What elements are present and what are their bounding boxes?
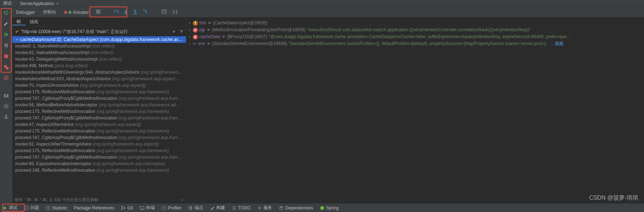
tool-dependencies[interactable]: Dependencies — [279, 205, 313, 211]
stack-frame[interactable]: proceed:175, ReflectiveMethodInvocation … — [12, 128, 186, 134]
var-badge: p — [193, 28, 198, 33]
stop-button[interactable] — [3, 53, 9, 60]
tab-debugger[interactable]: Debugger — [14, 9, 37, 16]
variable-row[interactable]: ›pcacheData = {$Proxy215@18837} "@com.du… — [188, 33, 643, 40]
svg-rect-16 — [173, 10, 174, 11]
actuator-dot-green — [68, 11, 71, 14]
stack-frame[interactable]: invoke:43, DelegatingMethodAccessorImpl … — [12, 56, 186, 62]
debug-left-toolbar — [0, 7, 12, 203]
pause-button[interactable] — [3, 42, 9, 49]
stack-frame[interactable]: proceed:747, CglibAopProxy$CglibMethodIn… — [12, 95, 186, 102]
stack-frame[interactable]: proceed:175, ReflectiveMethodInvocation … — [12, 89, 186, 95]
stack-frame[interactable]: invoke0:-1, NativeMethodAccessorImpl (su… — [12, 43, 186, 49]
svg-point-25 — [121, 208, 123, 210]
stack-frame[interactable]: proceed:186, ReflectiveMethodInvocation … — [12, 167, 186, 174]
filter-icon[interactable]: ▾ — [173, 29, 175, 34]
warning-icon: ! — [24, 205, 29, 211]
svg-rect-19 — [176, 12, 177, 13]
hint-text: 使用 ⌃⌘↑ 和 ⌃⌘↓ 从 IDE 中的任意位置切换帧 — [14, 197, 98, 203]
tool-debug[interactable]: 调试 — [2, 205, 17, 211]
top-tabstrip: 调试: ServerApplication × — [0, 0, 644, 7]
stack-frame-list[interactable]: ↩cacheDataAround:32, CacheDataAspect (co… — [12, 36, 186, 203]
funnel-icon[interactable]: ⧩ — [179, 29, 183, 34]
run-config-tab[interactable]: ServerApplication × — [16, 1, 62, 6]
resume-button[interactable] — [3, 31, 9, 38]
debug-label: 调试: — [0, 0, 16, 7]
stack-frame[interactable]: invoke:56, MethodBeforeAdviceInterceptor… — [12, 102, 186, 108]
stack-frame[interactable]: invoke:498, Method (java.lang.reflect) — [12, 62, 186, 69]
svg-point-30 — [191, 206, 192, 208]
svg-rect-18 — [173, 12, 174, 13]
tool-statistic[interactable]: Statistic — [46, 205, 67, 211]
tab-frames[interactable]: 帧 — [12, 19, 25, 25]
chevron-right-icon[interactable]: › — [188, 40, 191, 47]
stack-frame[interactable]: invoke:47, AspectJAfterAdvice (org.sprin… — [12, 121, 186, 128]
thread-selector[interactable]: ✔ "http-nio-10008-exec-7"@16,747 在组 "mai… — [12, 27, 186, 36]
svg-rect-35 — [281, 206, 282, 207]
stack-frame[interactable]: proceed:175, ReflectiveMethodInvocation … — [12, 108, 186, 115]
list-icon — [232, 205, 237, 211]
tool-todo[interactable]: TODO — [232, 205, 250, 211]
mute-breakpoints-button[interactable] — [3, 75, 9, 81]
bug-icon — [2, 205, 7, 211]
tab-threads[interactable]: 线程 — [25, 19, 43, 25]
tab-actuator[interactable]: Actuator — [63, 9, 91, 16]
stack-frame[interactable]: ↩cacheDataAround:32, CacheDataAspect (co… — [12, 36, 186, 43]
spring-icon — [320, 205, 325, 211]
svg-point-33 — [259, 207, 261, 209]
stack-frame[interactable]: invoke:70, AspectJAroundAdvice (org.spri… — [12, 82, 186, 89]
stack-frame[interactable]: invokeAdviceMethod:633, AbstractAspectJA… — [12, 76, 186, 82]
view-link[interactable]: …视图 — [550, 40, 564, 47]
tool-build[interactable]: 构建 — [210, 205, 225, 211]
step-into-button[interactable] — [123, 9, 129, 16]
tool-endpoints[interactable]: 端点 — [188, 205, 203, 211]
infinity-icon: ∞ — [193, 40, 196, 47]
evaluate-expression-button[interactable] — [161, 9, 167, 16]
tab-console[interactable]: 控制台 — [42, 8, 58, 16]
pin-button[interactable] — [3, 114, 9, 121]
hint-close-icon[interactable]: × — [181, 198, 183, 202]
stack-frame[interactable]: invoke:62, AspectJAfterThrowingAdvice (o… — [12, 141, 186, 147]
tool-profiler[interactable]: Profiler — [161, 205, 182, 211]
rerun-button[interactable] — [3, 9, 9, 16]
tool-services[interactable]: 服务 — [257, 205, 272, 211]
frames-panel: 帧 线程 ✔ "http-nio-10008-exec-7"@16,747 在组… — [12, 17, 186, 203]
step-buttons-group — [113, 9, 148, 16]
tool-problems[interactable]: !问题 — [24, 205, 39, 211]
step-over-button[interactable] — [113, 9, 119, 16]
stack-frame[interactable]: proceed:747, CglibAopProxy$CglibMethodIn… — [12, 154, 186, 160]
stack-frame[interactable]: invoke:95, ExposeInvocationInterceptor (… — [12, 160, 186, 167]
modify-run-config-button[interactable] — [3, 20, 9, 27]
svg-rect-34 — [280, 207, 283, 209]
chevron-right-icon[interactable]: › — [188, 26, 191, 33]
debugger-toolbar: Debugger 控制台 Actuator — [12, 7, 644, 17]
view-breakpoints-button[interactable] — [3, 64, 9, 70]
stack-frame[interactable]: proceed:747, CglibAopProxy$CglibMethodIn… — [12, 115, 186, 121]
stack-frame[interactable]: invoke:62, NativeMethodAccessorImpl (sun… — [12, 49, 186, 56]
bottom-toolwindows-bar: 调试 !问题 Statistic Package References Git … — [0, 203, 644, 212]
frames-hint: 使用 ⌃⌘↑ 和 ⌃⌘↓ 从 IDE 中的任意位置切换帧 × — [14, 197, 183, 203]
chevron-right-icon[interactable]: › — [188, 20, 191, 26]
tool-git[interactable]: Git — [121, 205, 133, 211]
variable-row[interactable]: ›fthis = {CacheDataAspect@18835} — [188, 20, 643, 26]
close-icon[interactable]: × — [56, 1, 59, 6]
camera-button[interactable] — [3, 92, 9, 99]
stack-frame[interactable]: proceed:747, CglibAopProxy$CglibMethodIn… — [12, 134, 186, 141]
variables-panel[interactable]: ›fthis = {CacheDataAspect@18835}›ppjp = … — [186, 17, 644, 203]
var-badge: p — [193, 34, 198, 40]
threads-view-icon[interactable] — [95, 9, 101, 16]
variable-row[interactable]: ›∞env = {StandardServletEnvironment@1883… — [188, 40, 643, 47]
run-to-cursor-button[interactable] — [142, 9, 148, 16]
trace-current-stream-chain-button[interactable] — [172, 9, 178, 16]
deps-icon — [279, 205, 284, 211]
chevron-right-icon[interactable]: › — [188, 33, 191, 40]
tool-spring[interactable]: Spring — [320, 205, 339, 211]
settings-button[interactable] — [3, 103, 9, 110]
step-out-button[interactable] — [132, 9, 138, 16]
tool-terminal[interactable]: 终端 — [140, 205, 155, 211]
variable-row[interactable]: ›ppjp = {MethodInvocationProceedingJoinP… — [188, 26, 643, 33]
stack-frame[interactable]: proceed:175, ReflectiveMethodInvocation … — [12, 147, 186, 154]
svg-point-32 — [191, 208, 192, 209]
stack-frame[interactable]: invokeAdviceMethodWithGivenArgs:644, Abs… — [12, 69, 186, 76]
tool-package-references[interactable]: Package References — [74, 205, 114, 211]
